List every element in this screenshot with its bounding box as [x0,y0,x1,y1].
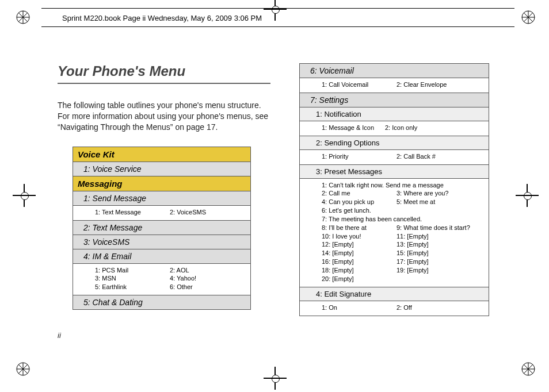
intro-paragraph: The following table outlines your phone'… [58,100,270,133]
im-email-options: 1: PCS Mail2: AOL 3: MSN4: Yahoo! 5: Ear… [73,264,250,296]
item-chat-dating: 5: Chat & Dating [73,295,250,309]
sending-options-list: 1: Priority2: Call Back # [300,150,489,165]
registration-mark-icon [521,362,535,376]
section-voice-kit: Voice Kit [73,147,250,162]
notification-options: 1: Message & Icon2: Icon only [300,121,489,136]
item-text-message: 2: Text Message [73,221,250,235]
crop-mark-icon [13,184,36,207]
item-voicesms: 3: VoiceSMS [73,235,250,249]
item-notification: 1: Notification [300,107,489,121]
item-im-email: 4: IM & Email [73,249,250,264]
registration-mark-icon [16,362,30,376]
registration-mark-icon [16,10,30,24]
section-messaging: Messaging [73,176,250,191]
item-settings: 7: Settings [300,93,489,107]
voicemail-options: 1: Call Voicemail2: Clear Envelope [300,78,489,93]
preset-messages-list: 1: Can't talk right now. Send me a messa… [300,179,489,287]
menu-table-right: 6: Voicemail 1: Call Voicemail2: Clear E… [299,63,489,316]
item-preset-messages: 3: Preset Messages [300,165,489,179]
menu-table-left: Voice Kit 1: Voice Service Messaging 1: … [73,147,251,310]
page-number: ii [58,331,61,340]
item-voicemail: 6: Voicemail [300,64,489,78]
header-rule [41,8,514,9]
item-sending-options: 2: Sending Options [300,136,489,150]
item-voice-service: 1: Voice Service [73,162,250,176]
crop-mark-icon [516,184,539,207]
registration-mark-icon [521,10,535,24]
item-send-message: 1: Send Message [73,191,250,206]
crop-mark-icon [264,0,287,21]
edit-signature-options: 1: On2: Off [300,301,489,316]
crop-mark-icon [264,367,287,390]
header-rule [41,26,514,27]
send-message-options: 1: Text Message2: VoiceSMS [73,206,250,221]
page-title: Your Phone's Menu [58,63,270,84]
item-edit-signature: 4: Edit Signature [300,287,489,301]
document-header: Sprint M220.book Page ii Wednesday, May … [62,14,262,22]
